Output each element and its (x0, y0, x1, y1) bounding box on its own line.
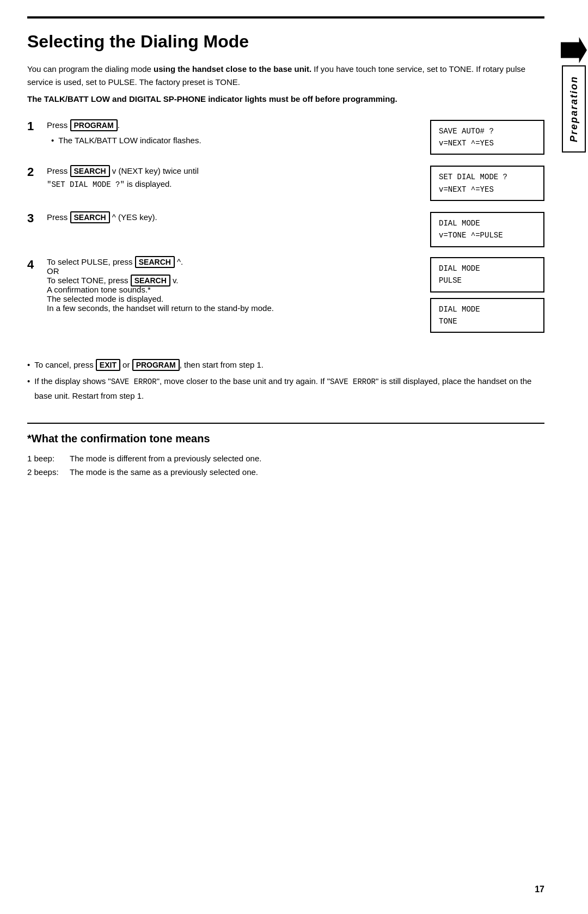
arrow-icon (561, 37, 587, 63)
step-4-row: 4 To select PULSE, press SEARCH ^. OR To… (27, 257, 544, 333)
step-2-row: 2 Press SEARCH v (NEXT key) twice until … (27, 164, 544, 201)
step-2-text-normal: Press (47, 166, 70, 175)
step-4-lcd-pulse-line2: PULSE (439, 275, 536, 287)
step-1-bullet-1: The TALK/BATT LOW indicator flashes. (51, 134, 419, 147)
step-1-bullet-text: The TALK/BATT LOW indicator flashes. (58, 134, 201, 147)
step-4-bullet-1: A confirmation tone sounds.* (47, 285, 419, 294)
step-1-lcd: SAVE AUTO# ? v=NEXT ^=YES (430, 120, 544, 155)
step-4-bullet-2-text: The selected mode is displayed. (47, 294, 163, 303)
beep-2-text: The mode is the same as a previously sel… (70, 465, 258, 479)
warning-text: The TALK/BATT LOW and DIGITAL SP-PHONE i… (27, 93, 544, 106)
step-4-lcd-tone-line1: DIAL MODE (439, 303, 536, 315)
step-1-text-normal: Press (47, 120, 70, 130)
exit-key: EXIT (96, 359, 120, 371)
step-3-number: 3 (27, 211, 47, 227)
sidebar-tab: Preparation (560, 33, 588, 153)
confirmation-title: *What the confirmation tone means (27, 432, 544, 445)
step-1-number: 1 (27, 119, 47, 135)
step-4-lcd-tone: DIAL MODE TONE (430, 298, 544, 333)
confirmation-item-1: 1 beep: The mode is different from a pre… (27, 452, 544, 466)
step-2-number: 2 (27, 164, 47, 180)
step-4-bullet-3: In a few seconds, the handset will retur… (47, 303, 419, 313)
notes-section: To cancel, press EXIT or PROGRAM, then s… (27, 358, 544, 403)
step-4-bullet-2: The selected mode is displayed. (47, 294, 419, 303)
step-3-text-after: ^ (YES key). (110, 212, 157, 222)
step-4-main: To select PULSE, press SEARCH ^. OR To s… (47, 257, 419, 285)
note-1-text: To cancel, press EXIT or PROGRAM, then s… (34, 358, 264, 372)
step-2-content: Press SEARCH v (NEXT key) twice until "S… (47, 164, 430, 193)
step-4-tone-normal: To select TONE, press (47, 276, 131, 285)
step-4-displays: DIAL MODE PULSE DIAL MODE TONE (430, 257, 544, 333)
search-key-4a: SEARCH (135, 256, 175, 268)
step-2-main: Press SEARCH v (NEXT key) twice until "S… (47, 164, 419, 191)
program-key-1: PROGRAM (70, 119, 118, 131)
step-1-content: Press PROGRAM. The TALK/BATT LOW indicat… (47, 119, 430, 147)
note-1: To cancel, press EXIT or PROGRAM, then s… (27, 358, 544, 372)
save-error-2: SAVE ERROR (330, 377, 376, 386)
note-2: If the display shows "SAVE ERROR", move … (27, 374, 544, 403)
step-3-lcd-line1: DIAL MODE (439, 217, 536, 229)
step-3-lcd-line2: v=TONE ^=PULSE (439, 229, 536, 241)
step-4-bullet-1-text: A confirmation tone sounds.* (47, 285, 151, 294)
step-4-lcd-pulse: DIAL MODE PULSE (430, 257, 544, 293)
step-3-row: 3 Press SEARCH ^ (YES key). DIAL MODE v=… (27, 211, 544, 247)
step-3-main: Press SEARCH ^ (YES key). (47, 211, 419, 224)
save-error-1: SAVE ERROR (111, 377, 157, 386)
steps-area: 1 Press PROGRAM. The TALK/BATT LOW indic… (27, 119, 544, 343)
step-2-lcd-line2: v=NEXT ^=YES (439, 184, 536, 196)
step-1-text-after: . (118, 120, 120, 130)
step-3-content: Press SEARCH ^ (YES key). (47, 211, 430, 226)
step-1-main: Press PROGRAM. (47, 119, 419, 132)
step-1-row: 1 Press PROGRAM. The TALK/BATT LOW indic… (27, 119, 544, 155)
search-key-2: SEARCH (70, 165, 110, 177)
step-4-content: To select PULSE, press SEARCH ^. OR To s… (47, 257, 430, 313)
step-4-pulse-after: ^. (175, 257, 183, 266)
step-1-lcd-line1: SAVE AUTO# ? (439, 125, 536, 137)
step-1-display: SAVE AUTO# ? v=NEXT ^=YES (430, 119, 544, 155)
top-rule (27, 16, 544, 19)
sidebar-border: Preparation (562, 65, 586, 153)
page-number: 17 (535, 885, 544, 894)
main-content: Selecting the Dialing Mode You can progr… (0, 0, 588, 914)
page-title: Selecting the Dialing Mode (27, 32, 544, 52)
step-2-display: SET DIAL MODE ? v=NEXT ^=YES (430, 164, 544, 201)
intro-text-bold: using the handset close to the base unit… (154, 64, 311, 74)
sidebar-label: Preparation (568, 76, 580, 142)
note-2-text: If the display shows "SAVE ERROR", move … (34, 374, 544, 403)
step-4-pulse-normal: To select PULSE, press (47, 257, 135, 266)
step-4-or: OR (47, 266, 59, 276)
intro-paragraph1: You can program the dialing mode using t… (27, 63, 544, 89)
confirmation-item-2: 2 beeps: The mode is the same as a previ… (27, 465, 544, 479)
step-4-bullet-3-text: In a few seconds, the handset will retur… (47, 303, 274, 313)
step-4-number: 4 (27, 257, 47, 273)
step-2-lcd-line1: SET DIAL MODE ? (439, 171, 536, 183)
step-1-lcd-line2: v=NEXT ^=YES (439, 137, 536, 149)
beep-2-label: 2 beeps: (27, 465, 65, 479)
step-4-tone-after: v. (170, 276, 179, 285)
step-3-text-normal: Press (47, 212, 70, 222)
step-2-text-after-key: v (NEXT key) twice until (110, 166, 199, 175)
step-4-lcd-tone-line2: TONE (439, 315, 536, 327)
step-4-lcd-pulse-line1: DIAL MODE (439, 263, 536, 275)
beep-1-label: 1 beep: (27, 452, 65, 466)
step-3-display: DIAL MODE v=TONE ^=PULSE (430, 211, 544, 247)
step-3-lcd: DIAL MODE v=TONE ^=PULSE (430, 212, 544, 247)
search-key-3: SEARCH (70, 211, 110, 223)
confirmation-section: *What the confirmation tone means 1 beep… (27, 423, 544, 479)
program-key-note: PROGRAM (132, 359, 180, 371)
beep-1-text: The mode is different from a previously … (70, 452, 261, 466)
step-2-lcd: SET DIAL MODE ? v=NEXT ^=YES (430, 166, 544, 201)
step-2-mono: "SET DIAL MODE ?" (47, 180, 125, 189)
step-2-text-end: is displayed. (125, 179, 172, 188)
intro-text-normal1: You can program the dialing mode (27, 64, 154, 74)
